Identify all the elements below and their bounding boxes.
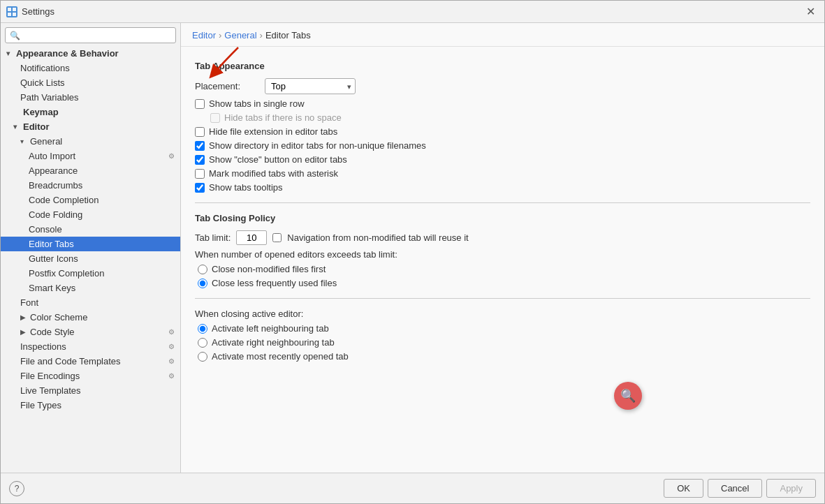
close-non-modified-radio[interactable] bbox=[198, 265, 207, 274]
sidebar-item-code-style[interactable]: ▶ Code Style ⚙ bbox=[1, 325, 180, 339]
sidebar-item-keymap[interactable]: Keymap bbox=[1, 105, 180, 119]
sidebar-item-label: General bbox=[30, 136, 62, 147]
search-box[interactable]: 🔍 bbox=[5, 27, 176, 43]
sidebar-item-appearance[interactable]: Appearance bbox=[1, 163, 180, 178]
nav-reuse-checkbox[interactable] bbox=[272, 233, 282, 242]
content-area: Tab Appearance Placement: Top Bottom Lef… bbox=[181, 47, 824, 424]
show-single-row-checkbox[interactable] bbox=[195, 99, 205, 109]
sidebar-item-postfix-completion[interactable]: Postfix Completion bbox=[1, 266, 180, 281]
sidebar-item-path-variables[interactable]: Path Variables bbox=[1, 90, 180, 105]
sidebar-item-label: Quick Lists bbox=[20, 77, 65, 88]
sidebar-item-file-types[interactable]: File Types bbox=[1, 398, 180, 413]
activate-left-label[interactable]: Activate left neighbouring tab bbox=[212, 323, 329, 334]
sidebar-item-breadcrumbs[interactable]: Breadcrumbs bbox=[1, 178, 180, 193]
sidebar-item-color-scheme[interactable]: ▶ Color Scheme bbox=[1, 310, 180, 325]
tab-limit-label: Tab limit: bbox=[195, 232, 231, 243]
settings-dialog: Settings ✕ 🔍 ▾ Appearance & Behavior Not… bbox=[0, 0, 825, 504]
show-single-row-label[interactable]: Show tabs in single row bbox=[209, 98, 305, 109]
sidebar-item-quick-lists[interactable]: Quick Lists bbox=[1, 75, 180, 90]
hide-no-space-checkbox[interactable] bbox=[210, 113, 220, 123]
show-close-btn-checkbox[interactable] bbox=[195, 155, 205, 165]
sidebar-item-live-templates[interactable]: Live Templates bbox=[1, 383, 180, 398]
when-closing-label: When closing active editor: bbox=[195, 309, 810, 319]
activate-left-radio[interactable] bbox=[198, 324, 207, 334]
sidebar-item-file-encodings[interactable]: File Encodings ⚙ bbox=[1, 369, 180, 383]
activate-right-radio[interactable] bbox=[198, 338, 207, 348]
hide-no-space-row: Hide tabs if there is no space bbox=[210, 112, 810, 123]
search-input[interactable] bbox=[23, 30, 171, 40]
sidebar-item-label: Code Folding bbox=[29, 209, 82, 220]
show-single-row-row: Show tabs in single row bbox=[195, 98, 810, 109]
sidebar-item-label: File and Code Templates bbox=[20, 356, 121, 366]
expand-icon: ▾ bbox=[6, 50, 15, 57]
apply-button[interactable]: Apply bbox=[766, 479, 816, 498]
tab-limit-input[interactable] bbox=[236, 230, 267, 245]
breadcrumb-editor-tabs: Editor Tabs bbox=[265, 30, 311, 40]
sidebar-item-code-completion[interactable]: Code Completion bbox=[1, 193, 180, 207]
mark-modified-checkbox[interactable] bbox=[195, 169, 205, 179]
mark-modified-label[interactable]: Mark modified tabs with asterisk bbox=[209, 168, 338, 179]
search-icon: 🔍 bbox=[10, 31, 20, 40]
sidebar-item-label: Color Scheme bbox=[30, 312, 87, 323]
sidebar-item-label: Smart Keys bbox=[29, 283, 75, 293]
sidebar-item-label: Code Completion bbox=[29, 195, 98, 205]
sidebar-item-code-folding[interactable]: Code Folding bbox=[1, 207, 180, 222]
expand-icon: ▾ bbox=[13, 123, 22, 131]
activate-policy-radio-group: Activate left neighbouring tab Activate … bbox=[198, 323, 810, 362]
show-tooltips-label[interactable]: Show tabs tooltips bbox=[209, 182, 283, 193]
sidebar: 🔍 ▾ Appearance & Behavior Notifications … bbox=[1, 23, 181, 473]
activate-right-row: Activate right neighbouring tab bbox=[198, 337, 810, 348]
activate-recent-label[interactable]: Activate most recently opened tab bbox=[212, 351, 349, 362]
hide-extension-label[interactable]: Hide file extension in editor tabs bbox=[209, 126, 337, 137]
app-icon bbox=[6, 6, 17, 17]
tab-appearance-header: Tab Appearance bbox=[195, 61, 810, 71]
sidebar-item-console[interactable]: Console bbox=[1, 222, 180, 237]
activate-right-label[interactable]: Activate right neighbouring tab bbox=[212, 337, 335, 348]
ok-button[interactable]: OK bbox=[664, 479, 703, 498]
activate-recent-radio[interactable] bbox=[198, 352, 207, 362]
tab-limit-row: Tab limit: Navigation from non-modified … bbox=[195, 230, 810, 245]
hide-extension-row: Hide file extension in editor tabs bbox=[195, 126, 810, 137]
close-less-frequent-radio[interactable] bbox=[198, 279, 207, 288]
breadcrumb-general[interactable]: General bbox=[224, 30, 256, 40]
sidebar-item-font[interactable]: Font bbox=[1, 295, 180, 310]
sidebar-item-label: Path Variables bbox=[20, 92, 79, 103]
show-directory-label[interactable]: Show directory in editor tabs for non-un… bbox=[209, 140, 426, 151]
close-less-frequent-label[interactable]: Close less frequently used files bbox=[212, 278, 337, 288]
close-non-modified-label[interactable]: Close non-modified files first bbox=[212, 264, 326, 274]
floating-search-button[interactable]: 🔍 bbox=[614, 382, 642, 410]
sidebar-item-label: File Types bbox=[20, 400, 61, 410]
nav-reuse-label[interactable]: Navigation from non-modified tab will re… bbox=[287, 232, 468, 243]
sidebar-item-appearance-behavior[interactable]: ▾ Appearance & Behavior bbox=[1, 46, 180, 61]
placement-dropdown-wrapper[interactable]: Top Bottom Left Right None bbox=[265, 78, 356, 94]
breadcrumb-sep-2: › bbox=[260, 30, 263, 40]
show-close-btn-label[interactable]: Show "close" button on editor tabs bbox=[209, 154, 347, 165]
sidebar-item-smart-keys[interactable]: Smart Keys bbox=[1, 281, 180, 295]
show-tooltips-checkbox[interactable] bbox=[195, 183, 205, 193]
sidebar-item-notifications[interactable]: Notifications bbox=[1, 61, 180, 75]
title-bar: Settings ✕ bbox=[1, 1, 824, 23]
sidebar-item-general[interactable]: ▾ General bbox=[1, 134, 180, 149]
tab-closing-policy-header: Tab Closing Policy bbox=[195, 213, 810, 223]
sidebar-item-label: Editor Tabs bbox=[29, 239, 74, 249]
activate-left-row: Activate left neighbouring tab bbox=[198, 323, 810, 334]
dialog-body: 🔍 ▾ Appearance & Behavior Notifications … bbox=[1, 23, 824, 473]
sidebar-item-inspections[interactable]: Inspections ⚙ bbox=[1, 339, 180, 354]
placement-select[interactable]: Top Bottom Left Right None bbox=[265, 78, 356, 94]
help-button[interactable]: ? bbox=[9, 481, 24, 496]
sidebar-item-editor-tabs[interactable]: Editor Tabs bbox=[1, 237, 180, 251]
hide-extension-checkbox[interactable] bbox=[195, 127, 205, 137]
svg-rect-0 bbox=[8, 8, 11, 11]
sidebar-item-file-code-templates[interactable]: File and Code Templates ⚙ bbox=[1, 354, 180, 369]
sidebar-item-auto-import[interactable]: Auto Import ⚙ bbox=[1, 149, 180, 163]
svg-rect-2 bbox=[8, 13, 11, 16]
show-directory-checkbox[interactable] bbox=[195, 141, 205, 151]
sidebar-item-label: Keymap bbox=[23, 107, 59, 117]
sidebar-item-gutter-icons[interactable]: Gutter Icons bbox=[1, 251, 180, 266]
sidebar-item-label: Postfix Completion bbox=[29, 268, 104, 279]
external-icon: ⚙ bbox=[168, 343, 175, 350]
cancel-button[interactable]: Cancel bbox=[708, 479, 762, 498]
breadcrumb-editor[interactable]: Editor bbox=[192, 30, 216, 40]
close-button[interactable]: ✕ bbox=[802, 3, 819, 20]
sidebar-item-editor[interactable]: ▾ Editor bbox=[1, 119, 180, 134]
